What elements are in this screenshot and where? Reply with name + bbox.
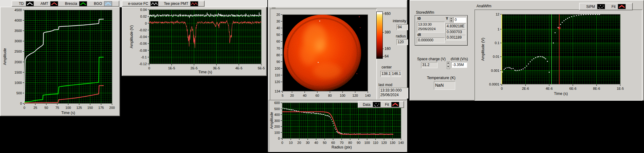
intensity-colorbar — [376, 12, 383, 59]
colorbar-tick — [383, 56, 384, 57]
legend-item-teepmt[interactable]: Tee piece PMT — [164, 1, 198, 6]
svg-text:3E-5: 3E-5 — [213, 66, 220, 70]
space-charge-label: Space charge (V) — [417, 57, 445, 61]
y-value-1: 0.000703 — [445, 29, 466, 35]
legend-item-analfit[interactable]: Fit — [611, 4, 625, 9]
svg-text:-0.02: -0.02 — [139, 28, 147, 32]
beam-intensity-image[interactable]: 5204060801001201402030405060708090100110… — [269, 9, 378, 100]
sipm-points-style-glyph[interactable] — [597, 4, 605, 9]
svg-text:200: 200 — [109, 106, 115, 110]
strip_chart-svg[interactable]: 0255075100125150175200050010001500200025… — [0, 7, 120, 116]
svg-text:1: 1 — [498, 27, 499, 31]
y-index-spinner[interactable] — [450, 17, 453, 22]
svg-text:134: 134 — [275, 89, 280, 93]
esource-line-style-glyph[interactable] — [150, 1, 158, 6]
svg-text:Amplitude (V): Amplitude (V) — [129, 25, 134, 48]
legend-label-td: TD — [19, 2, 24, 6]
svg-text:0.02: 0.02 — [140, 15, 147, 18]
y-index-increment[interactable] — [450, 17, 453, 20]
dvdt-label: dV/dt (V/s) — [451, 57, 468, 61]
svg-text:5E-5: 5E-5 — [258, 66, 265, 70]
anal_wfm-svg[interactable]: 02E-64E-66E-68E-61E-51210.10.010.0010.00… — [475, 10, 642, 101]
legend-label-sipm: SiPM — [586, 5, 595, 9]
legend-label-brescia: Brescia — [65, 2, 77, 6]
intensity-value: 94 — [396, 24, 408, 30]
svg-text:4E-6: 4E-6 — [546, 87, 553, 90]
td-line-style-glyph[interactable] — [26, 1, 34, 6]
fc_pmt_waveforms-svg[interactable]: 01E-52E-53E-54E-55E-50.040.020-0.02-0.04… — [122, 7, 267, 76]
beam-panel-top-strip — [269, 0, 407, 7]
svg-text:Time (s): Time (s) — [61, 111, 75, 115]
analwfm-chart[interactable]: 02E-64E-66E-68E-61E-51210.10.010.0010.00… — [475, 10, 642, 101]
legend-item-bgo[interactable]: BGO — [94, 1, 112, 6]
radial-profile-chart[interactable]: 0102030405060708090100110120130140010020… — [269, 100, 407, 152]
svg-text:90: 90 — [276, 60, 280, 64]
svg-text:120: 120 — [352, 94, 358, 97]
svg-text:70: 70 — [276, 47, 280, 50]
legend-item-amt[interactable]: AMT — [40, 1, 58, 6]
svg-text:5: 5 — [282, 94, 283, 97]
data-points-style-glyph[interactable] — [373, 102, 381, 107]
bgo-line-style-glyph[interactable] — [104, 1, 112, 6]
beam_image-svg[interactable]: 5204060801001201402030405060708090100110… — [269, 9, 378, 100]
legend-item-esource[interactable]: e-source FC — [128, 1, 158, 6]
y-label: Y — [446, 16, 448, 21]
colorbar-tick-64: 64 — [385, 54, 389, 58]
legend-label-amt: AMT — [40, 2, 48, 6]
svg-text:100: 100 — [340, 94, 345, 97]
analwfm-legend: SiPM Fit — [579, 3, 633, 10]
svg-text:100: 100 — [65, 106, 71, 110]
lastmod-date: 25/06/2024 — [380, 93, 407, 97]
svg-text:60: 60 — [276, 40, 280, 43]
waveform-legend: e-source FC Tee piece PMT — [122, 1, 205, 7]
teepmt-line-style-glyph[interactable] — [190, 1, 198, 6]
center-label: center — [382, 65, 392, 69]
analwfm-title: AnalWfm — [477, 4, 491, 8]
t0-date: 25/06/2024 — [418, 27, 444, 31]
amt-line-style-glyph[interactable] — [50, 1, 58, 6]
analfit-line-style-glyph[interactable] — [618, 4, 626, 9]
colorbar-tick — [383, 49, 384, 49]
svg-text:0.0001: 0.0001 — [489, 82, 499, 86]
y-value-2: 0.001189 — [445, 35, 466, 40]
brescia-line-style-glyph[interactable] — [79, 1, 87, 6]
legend-item-td[interactable]: TD — [19, 1, 34, 6]
legend-item-data[interactable]: Data — [363, 102, 380, 107]
svg-text:140: 140 — [398, 141, 404, 144]
dt-value: 0.000000 — [417, 37, 445, 43]
svg-text:60: 60 — [315, 94, 319, 97]
strip-chart[interactable]: 0255075100125150175200050010001500200025… — [0, 7, 120, 116]
dt-label: dt — [417, 33, 421, 37]
svg-text:125: 125 — [76, 106, 82, 110]
svg-text:80: 80 — [328, 94, 332, 97]
dvdt-decrement[interactable] — [447, 65, 450, 69]
legend-item-sipm[interactable]: SiPM — [586, 4, 605, 9]
svg-text:Time (s): Time (s) — [198, 70, 212, 74]
svg-text:0.04: 0.04 — [140, 8, 147, 12]
svg-text:12: 12 — [496, 12, 499, 16]
y-index-value[interactable]: 0 — [453, 17, 466, 23]
legend-item-brescia[interactable]: Brescia — [65, 1, 87, 6]
fit-line-style-glyph[interactable] — [391, 102, 399, 107]
svg-text:175: 175 — [98, 106, 104, 110]
dvdt-value[interactable]: -3.35M — [451, 62, 467, 68]
svg-text:1500: 1500 — [15, 71, 22, 74]
svg-text:4000: 4000 — [15, 19, 22, 22]
dvdt-increment[interactable] — [447, 62, 450, 65]
svg-text:0.01: 0.01 — [493, 55, 499, 58]
legend-label-fit: Fit — [385, 103, 389, 107]
radial_profile-svg[interactable]: 0102030405060708090100110120130140010020… — [269, 100, 407, 152]
svg-text:-0.12: -0.12 — [139, 62, 147, 66]
svg-text:Amplitude (V): Amplitude (V) — [481, 38, 485, 61]
colorbar-tick — [383, 32, 384, 33]
svg-text:70: 70 — [340, 141, 343, 144]
radius-value: 120 — [396, 39, 408, 45]
waveform-chart[interactable]: 01E-52E-53E-54E-55E-50.040.020-0.02-0.04… — [122, 7, 267, 76]
legend-item-fit[interactable]: Fit — [385, 102, 399, 107]
t0-time: 13:33:30 — [418, 22, 444, 27]
svg-text:50: 50 — [323, 141, 326, 144]
y-index-decrement[interactable] — [450, 20, 453, 22]
dvdt-spinner[interactable] — [447, 61, 450, 69]
lastmod-label: last mod — [378, 83, 392, 87]
svg-text:0: 0 — [20, 102, 22, 105]
